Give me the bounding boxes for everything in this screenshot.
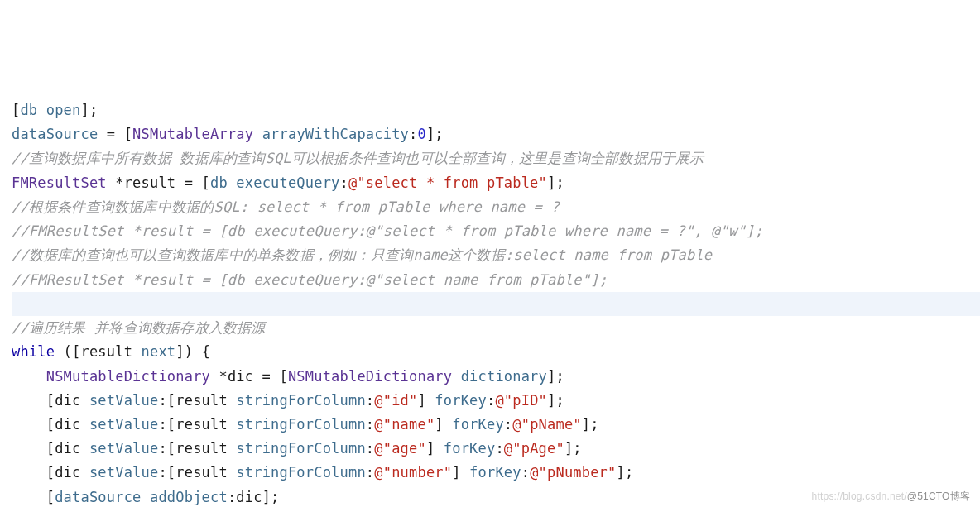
code-comment: //FMResultSet *result = [db executeQuery… [12,219,980,243]
code-line: [dic setValue:[result stringForColumn:@"… [12,437,980,461]
code-comment: //根据条件查询数据库中数据的SQL: select * from pTable… [12,195,980,219]
watermark: https://blog.csdn.net/@51CTO博客 [812,488,970,505]
code-line: [dic setValue:[result stringForColumn:@"… [12,461,980,485]
code-blank-line [12,292,980,316]
code-comment: //查询数据库中所有数据 数据库的查询SQL可以根据条件查询也可以全部查询，这里… [12,146,980,170]
code-line: [dic setValue:[result stringForColumn:@"… [12,389,980,413]
code-line: NSMutableDictionary *dic = [NSMutableDic… [12,365,980,389]
code-line: FMResultSet *result = [db executeQuery:@… [12,171,980,195]
code-line: while ([result next]) { [12,340,980,364]
code-line: [dic setValue:[result stringForColumn:@"… [12,413,980,437]
code-comment: //数据库的查询也可以查询数据库中的单条数据，例如：只查询name这个数据:se… [12,243,980,267]
code-comment: //遍历结果 并将查询数据存放入数据源 [12,316,980,340]
code-line: [db open]; [12,98,980,122]
code-comment: //FMResultSet *result = [db executeQuery… [12,268,980,292]
code-line: dataSource = [NSMutableArray arrayWithCa… [12,122,980,146]
